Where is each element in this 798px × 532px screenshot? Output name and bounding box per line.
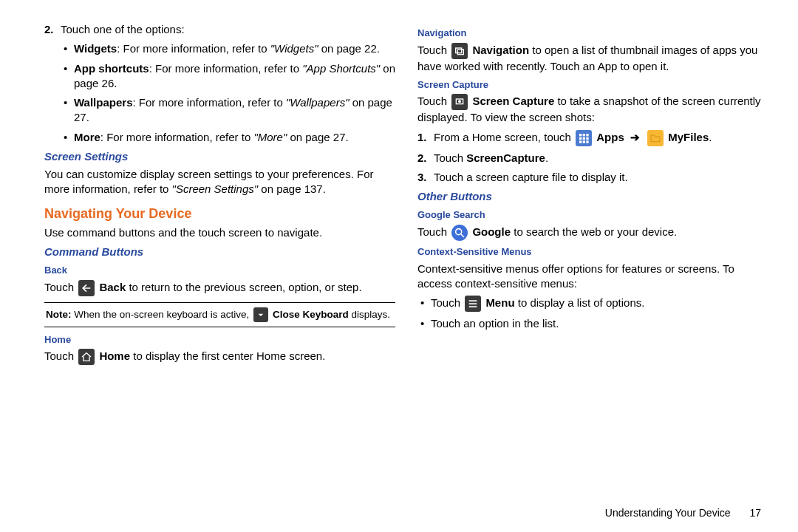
navigation-body: Touch Navigation to open a list of thumb… (417, 43, 768, 74)
svg-rect-12 (586, 140, 588, 143)
option-app-shortcuts: App shortcuts: For more information, ref… (74, 61, 395, 92)
sc-step-1: From a Home screen, touch Apps ➔ MyFiles… (434, 130, 768, 146)
option-wallpapers: Wallpapers: For more information, refer … (74, 95, 395, 126)
svg-rect-9 (586, 137, 588, 139)
svg-rect-5 (583, 134, 585, 136)
google-icon (451, 225, 468, 241)
navigation-icon (451, 43, 468, 59)
close-keyboard-icon (253, 307, 268, 322)
svg-point-13 (456, 229, 462, 235)
left-column: Touch one of the options: Widgets: For m… (44, 22, 395, 369)
svg-rect-7 (579, 137, 582, 139)
page-footer: Understanding Your Device 17 (605, 507, 761, 519)
option-widgets: Widgets: For more information, refer to … (74, 41, 395, 56)
svg-rect-0 (456, 48, 462, 53)
context-menus-heading: Context-Sensitive Menus (417, 245, 768, 259)
footer-section: Understanding Your Device (605, 507, 731, 519)
navigating-heading: Navigating Your Device (44, 205, 395, 222)
google-search-heading: Google Search (417, 208, 768, 222)
svg-rect-8 (583, 137, 585, 139)
navigating-body: Use command buttons and the touch screen… (44, 225, 395, 240)
apps-icon (576, 130, 592, 146)
svg-rect-4 (579, 134, 582, 136)
home-heading: Home (44, 333, 395, 347)
note-box: Note: When the on-screen keyboard is act… (44, 302, 395, 327)
svg-rect-17 (469, 306, 477, 307)
navigation-heading: Navigation (417, 27, 768, 40)
screen-capture-body: Touch Screen Capture to take a snapshot … (417, 94, 768, 125)
menu-icon (465, 296, 481, 312)
svg-rect-16 (469, 303, 477, 304)
folder-icon (647, 130, 664, 146)
command-buttons-heading: Command Buttons (44, 245, 395, 259)
screen-capture-icon (451, 94, 468, 110)
right-column: Navigation Touch Navigation to open a li… (417, 22, 768, 369)
home-body: Touch Home to display the first center H… (44, 349, 395, 365)
screen-settings-body: You can customize display screen setting… (44, 167, 395, 197)
svg-line-14 (461, 234, 464, 237)
google-body: Touch Google to search the web or your d… (417, 225, 768, 241)
step-2-intro: Touch one of the options: (61, 23, 185, 35)
context-body: Context-sensitive menus offer options fo… (417, 262, 768, 292)
option-more: More: For more information, refer to "Mo… (74, 130, 395, 145)
screen-capture-steps: From a Home screen, touch Apps ➔ MyFiles… (417, 130, 768, 185)
back-heading: Back (44, 264, 395, 277)
svg-point-3 (459, 100, 461, 103)
context-list: Touch Menu to display a list of options.… (417, 296, 768, 331)
other-buttons-heading: Other Buttons (417, 189, 768, 204)
svg-rect-11 (583, 140, 585, 143)
svg-rect-6 (586, 134, 588, 136)
svg-rect-10 (579, 140, 582, 143)
back-icon (78, 280, 95, 296)
screen-capture-heading: Screen Capture (417, 78, 768, 92)
svg-rect-1 (458, 50, 464, 55)
step-2: Touch one of the options: Widgets: For m… (61, 22, 395, 145)
footer-page-number: 17 (749, 507, 761, 519)
svg-rect-15 (469, 300, 477, 301)
context-item-2: Touch an option in the list. (431, 316, 768, 331)
sc-step-3: Touch a screen capture file to display i… (434, 170, 768, 185)
screen-settings-heading: Screen Settings (44, 149, 395, 164)
home-icon (78, 349, 95, 365)
context-item-1: Touch Menu to display a list of options. (431, 296, 768, 312)
back-body: Touch Back to return to the previous scr… (44, 280, 395, 296)
sc-step-2: Touch ScreenCapture. (434, 151, 768, 166)
